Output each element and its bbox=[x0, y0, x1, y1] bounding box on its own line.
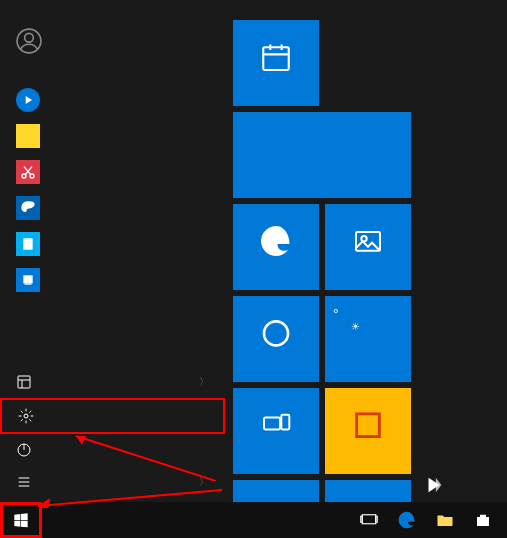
svg-rect-5 bbox=[23, 275, 32, 283]
user-account[interactable] bbox=[0, 20, 225, 62]
snipping-tool-icon bbox=[16, 160, 40, 184]
group-life[interactable] bbox=[233, 8, 499, 20]
weather-degree: ° bbox=[333, 306, 339, 322]
tile-store[interactable] bbox=[233, 480, 319, 502]
tile-skype[interactable] bbox=[325, 480, 411, 502]
tile-weather[interactable]: °☀ bbox=[325, 296, 411, 382]
sticky-notes-icon bbox=[16, 124, 40, 148]
all-apps-menu[interactable]: 〉 bbox=[0, 466, 225, 498]
svg-point-13 bbox=[264, 321, 288, 345]
svg-rect-27 bbox=[376, 516, 378, 522]
app-fax-scan[interactable] bbox=[0, 262, 225, 298]
taskbar bbox=[0, 502, 507, 538]
most-used-label bbox=[0, 74, 225, 82]
folder-icon bbox=[436, 511, 454, 529]
xps-viewer-icon bbox=[16, 232, 40, 256]
gear-icon bbox=[18, 408, 34, 424]
app-xps-viewer[interactable] bbox=[0, 226, 225, 262]
start-button[interactable] bbox=[0, 502, 42, 538]
app-sticky-notes[interactable] bbox=[0, 118, 225, 154]
edge-icon bbox=[397, 510, 417, 530]
app-snipping-tool[interactable] bbox=[0, 154, 225, 190]
svg-rect-16 bbox=[357, 414, 380, 437]
user-icon bbox=[16, 28, 42, 54]
taskbar-file-explorer[interactable] bbox=[427, 502, 463, 538]
chevron-right-icon: 〉 bbox=[199, 375, 209, 389]
watermark bbox=[423, 474, 447, 496]
settings-menu[interactable] bbox=[0, 398, 225, 434]
svg-rect-26 bbox=[361, 516, 363, 522]
svg-rect-7 bbox=[18, 376, 30, 388]
calendar-icon bbox=[259, 40, 293, 78]
tile-freshpaint[interactable] bbox=[325, 388, 411, 474]
store-icon bbox=[474, 511, 492, 529]
svg-rect-14 bbox=[264, 417, 280, 429]
svg-rect-6 bbox=[25, 284, 32, 285]
svg-rect-25 bbox=[362, 515, 376, 524]
cortana-icon bbox=[260, 317, 292, 353]
getting-started-icon bbox=[16, 88, 40, 112]
taskview-icon bbox=[360, 511, 378, 529]
file-explorer-menu[interactable]: 〉 bbox=[0, 366, 225, 398]
windows-icon bbox=[13, 512, 29, 528]
taskbar-taskview[interactable] bbox=[351, 502, 387, 538]
fax-scan-icon bbox=[16, 268, 40, 292]
tile-calendar[interactable] bbox=[233, 20, 319, 106]
chevron-right-icon: 〉 bbox=[199, 475, 209, 489]
phone-companion-icon bbox=[260, 409, 292, 445]
tile-mail[interactable] bbox=[233, 112, 411, 198]
file-explorer-icon bbox=[16, 374, 32, 390]
tile-cortana[interactable] bbox=[233, 296, 319, 382]
tile-phone-companion[interactable] bbox=[233, 388, 319, 474]
sun-icon: ☀ bbox=[351, 321, 360, 332]
power-menu[interactable] bbox=[0, 434, 225, 466]
photos-icon bbox=[352, 225, 384, 261]
freshpaint-icon bbox=[351, 408, 385, 446]
app-getting-started[interactable] bbox=[0, 82, 225, 118]
paint-icon bbox=[16, 196, 40, 220]
taskbar-store[interactable] bbox=[465, 502, 501, 538]
tile-edge[interactable] bbox=[233, 204, 319, 290]
app-paint[interactable] bbox=[0, 190, 225, 226]
power-icon bbox=[16, 442, 32, 458]
svg-rect-10 bbox=[263, 47, 289, 70]
svg-point-8 bbox=[24, 414, 28, 418]
edge-icon bbox=[258, 223, 294, 263]
taskbar-edge[interactable] bbox=[389, 502, 425, 538]
tile-photos[interactable] bbox=[325, 204, 411, 290]
svg-point-1 bbox=[25, 33, 34, 42]
svg-rect-4 bbox=[23, 238, 32, 250]
list-icon bbox=[16, 474, 32, 490]
svg-rect-15 bbox=[281, 415, 289, 430]
